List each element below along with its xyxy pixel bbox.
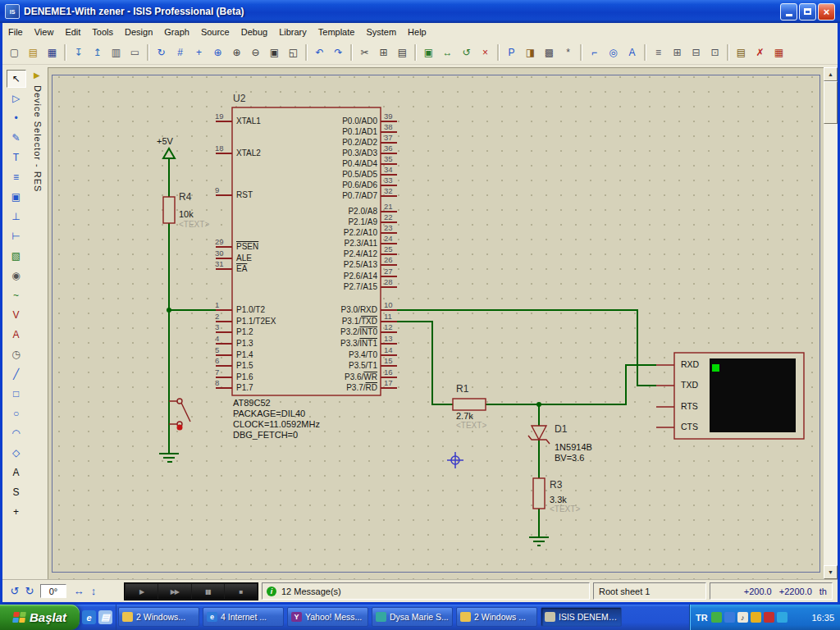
pause-button[interactable]: ▮▮: [192, 584, 224, 599]
menu-source[interactable]: Source: [195, 25, 235, 39]
mode-virtual-instruments-mode[interactable]: ◷: [7, 345, 26, 363]
chip-pin-stub[interactable]: [216, 309, 232, 311]
chip-pin-stub[interactable]: [381, 387, 397, 389]
chip-pin-stub[interactable]: [381, 153, 397, 154]
toolbar-decompose[interactable]: *: [559, 43, 578, 62]
chip-pin-stub[interactable]: [216, 321, 232, 322]
toolbar-cut[interactable]: ✂: [355, 43, 374, 62]
rotate-anticlockwise-button[interactable]: ↺: [7, 583, 22, 598]
menu-template[interactable]: Template: [313, 25, 361, 39]
scroll-thumb[interactable]: [824, 81, 838, 124]
toolbar-center-at-cursor[interactable]: ⊕: [208, 43, 227, 62]
toolbar-new-sheet[interactable]: ⊞: [668, 43, 687, 62]
language-indicator[interactable]: TR: [696, 613, 708, 623]
connection-icon[interactable]: [777, 612, 788, 623]
mode-component-mode[interactable]: ▷: [7, 89, 26, 107]
toolbar-export-section[interactable]: ↥: [88, 43, 107, 62]
menu-file[interactable]: File: [2, 25, 29, 39]
scroll-up-button[interactable]: ▲: [824, 67, 838, 81]
toolbar-import-section[interactable]: ↧: [69, 43, 88, 62]
chip-pin-stub[interactable]: [381, 343, 397, 345]
resistor-r3-reference[interactable]: R3: [550, 480, 562, 490]
chip-pin-stub[interactable]: [381, 253, 397, 255]
menu-graph[interactable]: Graph: [158, 25, 195, 39]
toolbar-undo[interactable]: ↶: [310, 43, 329, 62]
toolbar-packaging-tool[interactable]: ▩: [540, 43, 559, 62]
chip-pin-stub[interactable]: [216, 121, 232, 122]
chip-pin-stub[interactable]: [381, 121, 397, 122]
mode-generator-mode[interactable]: ~: [7, 286, 26, 304]
toolbar-open-design[interactable]: ▤: [24, 43, 43, 62]
minimize-button[interactable]: [780, 3, 797, 21]
resistor-r4-reference[interactable]: R4: [179, 192, 191, 202]
resistor-r1-body[interactable]: [453, 399, 486, 410]
maximize-button[interactable]: [799, 3, 816, 21]
mode-box-2d[interactable]: □: [7, 385, 26, 403]
menu-help[interactable]: Help: [402, 25, 432, 39]
chip-pin-stub[interactable]: [381, 377, 397, 378]
chip-pin-stub[interactable]: [216, 258, 232, 259]
menu-design[interactable]: Design: [119, 25, 158, 39]
chip-pin-stub[interactable]: [381, 163, 397, 165]
chip-pin-stub[interactable]: [216, 377, 232, 378]
toolbar-print-design[interactable]: ▥: [107, 43, 126, 62]
chip-pin-stub[interactable]: [216, 246, 232, 248]
task-windows-group-1[interactable]: 2 Windows...: [118, 607, 199, 627]
resistor-r3-value[interactable]: 3.3k: [550, 495, 567, 504]
message-bar[interactable]: i 12 Message(s): [262, 582, 590, 600]
mode-line-2d[interactable]: ╱: [7, 365, 26, 383]
toolbar-bill-of-materials[interactable]: ▤: [732, 43, 751, 62]
network-icon[interactable]: [724, 612, 735, 623]
antivirus-icon[interactable]: [764, 612, 774, 623]
mirror-horizontal-button[interactable]: ↔: [71, 583, 86, 598]
resistor-r3-body[interactable]: [533, 478, 545, 509]
title-bar[interactable]: IS DENEME1-With zener - ISIS Professiona…: [0, 0, 840, 23]
chip-pin-stub[interactable]: [381, 174, 397, 176]
menu-view[interactable]: View: [29, 25, 60, 39]
device-selector-arrow-icon[interactable]: ▶: [34, 71, 40, 80]
chip-pin-stub[interactable]: [381, 286, 397, 288]
chip-pin-stub[interactable]: [381, 243, 397, 244]
messenger-icon[interactable]: [711, 612, 722, 623]
close-button[interactable]: ×: [818, 3, 835, 21]
mirror-vertical-button[interactable]: ↕: [86, 583, 101, 598]
menu-library[interactable]: Library: [273, 25, 313, 39]
task-isis-deneme1[interactable]: ISIS DENEME1-Wi...: [541, 607, 622, 627]
toolbar-zoom-in[interactable]: ⊕: [227, 43, 246, 62]
toolbar-electrical-rule-check[interactable]: ✗: [751, 43, 769, 62]
update-shield-icon[interactable]: [751, 612, 761, 623]
chip-pin-stub[interactable]: [381, 211, 397, 212]
toolbar-redraw-display[interactable]: ↻: [152, 43, 171, 62]
toolbar-mark-output-area[interactable]: ▭: [126, 43, 144, 62]
mode-wire-label-mode[interactable]: ✎: [7, 129, 26, 147]
chip-pin-stub[interactable]: [381, 264, 397, 266]
toolbar-pick-device[interactable]: P: [502, 43, 521, 62]
chip-reference[interactable]: U2: [233, 94, 245, 103]
chip-pin-stub[interactable]: [216, 153, 232, 154]
task-dysa-marie[interactable]: Dysa Marie S...: [372, 607, 453, 627]
chip-pin-stub[interactable]: [216, 194, 232, 196]
chip-pin-stub[interactable]: [381, 276, 397, 277]
toolbar-remove-sheet[interactable]: ⊟: [687, 43, 705, 62]
virtual-terminal-body[interactable]: [674, 353, 804, 439]
menu-tools[interactable]: Tools: [86, 25, 119, 39]
toolbar-exit-to-parent[interactable]: ⊡: [705, 43, 724, 62]
toolbar-zoom-out[interactable]: ⊖: [246, 43, 265, 62]
toolbar-wire-autorouter[interactable]: ⌐: [585, 43, 604, 62]
mode-tape-recorder-mode[interactable]: ◉: [7, 267, 26, 285]
power-net-label[interactable]: +5V: [157, 136, 173, 146]
play-button[interactable]: ▶: [126, 584, 158, 599]
chip-pin-stub[interactable]: [216, 343, 232, 345]
toolbar-make-device[interactable]: ◨: [521, 43, 540, 62]
clock[interactable]: 16:35: [811, 613, 834, 623]
toolbar-block-rotate[interactable]: ↺: [457, 43, 476, 62]
toolbar-block-move[interactable]: ↔: [438, 43, 457, 62]
mode-marker-2d[interactable]: +: [7, 503, 26, 521]
chip-pin-stub[interactable]: [381, 131, 397, 133]
mode-text-script-mode[interactable]: T: [7, 148, 26, 167]
resistor-r1-reference[interactable]: R1: [456, 384, 468, 394]
step-button[interactable]: ▶▶: [158, 584, 190, 599]
toolbar-zoom-area[interactable]: ◱: [284, 43, 303, 62]
toolbar-property-assignment[interactable]: A: [623, 43, 641, 62]
chip-pin-stub[interactable]: [381, 185, 397, 186]
